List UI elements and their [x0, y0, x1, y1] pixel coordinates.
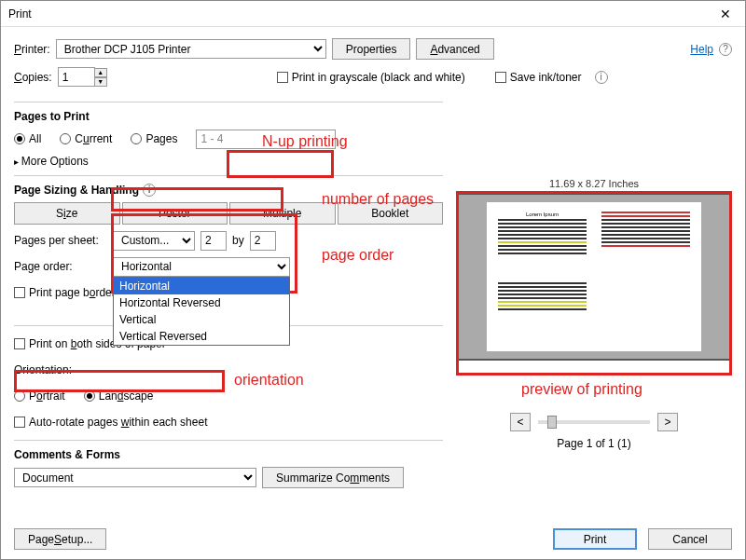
window-title: Print	[8, 7, 713, 20]
radio-pages[interactable]: Pages	[131, 132, 177, 145]
tab-multiple[interactable]: Multiple	[229, 202, 336, 225]
comments-select[interactable]: Document	[14, 468, 256, 487]
print-preview: Lorem Ipsum	[456, 193, 732, 361]
preview-next-button[interactable]: >	[657, 413, 678, 431]
preview-slider[interactable]	[538, 420, 650, 424]
more-options-toggle[interactable]: More Options	[14, 155, 443, 168]
preview-dimensions: 11.69 x 8.27 Inches	[456, 178, 732, 189]
tab-size[interactable]: Size	[14, 202, 120, 225]
annot-preview: preview of printing	[521, 381, 642, 398]
radio-landscape[interactable]: Landscape	[84, 389, 154, 403]
titlebar: Print ✕	[1, 1, 745, 27]
print-border-checkbox[interactable]: Print page border	[14, 286, 116, 299]
pps-mode-select[interactable]: Custom...	[113, 231, 195, 251]
help-link[interactable]: Help	[690, 43, 713, 56]
cancel-button[interactable]: Cancel	[648, 528, 732, 550]
order-option-horizontal[interactable]: Horizontal	[114, 278, 289, 294]
orientation-label: Orientation:	[14, 363, 72, 376]
radio-all[interactable]: All	[14, 132, 41, 145]
pps-width-input[interactable]	[200, 231, 227, 251]
tab-poster[interactable]: Poster	[122, 202, 228, 225]
sizing-heading: Page Sizing & Handling i	[14, 184, 443, 197]
copies-input[interactable]	[58, 67, 95, 87]
printer-select[interactable]: Brother DCP J105 Printer	[56, 39, 326, 59]
page-order-dropdown[interactable]: Horizontal Horizontal Reversed Vertical …	[113, 277, 290, 346]
autorotate-checkbox[interactable]: Auto-rotate pages within each sheet	[14, 416, 207, 429]
sizing-info-icon[interactable]: i	[143, 184, 156, 197]
spin-up-icon[interactable]: ▲	[94, 68, 107, 77]
advanced-button[interactable]: Advanced	[416, 38, 493, 60]
radio-current[interactable]: Current	[60, 132, 112, 145]
pps-height-input[interactable]	[250, 231, 276, 251]
pps-by-label: by	[232, 234, 244, 247]
close-icon[interactable]: ✕	[713, 7, 738, 21]
pps-label: Pages per sheet:	[14, 234, 107, 247]
copies-label: Copies:	[14, 71, 52, 84]
help-info-icon[interactable]: ?	[719, 43, 732, 56]
pages-range-input[interactable]	[196, 130, 336, 149]
print-dialog: Print ✕ Printer: Brother DCP J105 Printe…	[0, 0, 746, 560]
properties-button[interactable]: Properties	[332, 38, 411, 60]
tab-booklet[interactable]: Booklet	[338, 202, 444, 225]
page-order-select[interactable]: Horizontal	[113, 257, 290, 277]
order-option-vertical[interactable]: Vertical	[114, 311, 289, 328]
order-option-horizontal-rev[interactable]: Horizontal Reversed	[114, 294, 289, 311]
preview-prev-button[interactable]: <	[510, 413, 531, 431]
page-order-label: Page order:	[14, 260, 107, 273]
ink-info-icon[interactable]: i	[595, 71, 608, 84]
pages-to-print-heading: Pages to Print	[14, 110, 443, 123]
radio-portrait[interactable]: Portrait	[14, 389, 65, 403]
summarize-comments-button[interactable]: Summarize Comments	[262, 467, 404, 488]
page-setup-button[interactable]: Page Setup...	[14, 528, 106, 550]
preview-page-label: Page 1 of 1 (1)	[456, 437, 732, 450]
printer-label: Printer:	[14, 43, 50, 56]
save-ink-checkbox[interactable]: Save ink/toner	[495, 71, 582, 84]
print-button[interactable]: Print	[553, 528, 637, 550]
copies-spinner[interactable]: ▲▼	[58, 67, 107, 87]
spin-down-icon[interactable]: ▼	[94, 77, 107, 87]
order-option-vertical-rev[interactable]: Vertical Reversed	[114, 328, 289, 345]
grayscale-checkbox[interactable]: Print in grayscale (black and white)	[277, 71, 465, 84]
comments-heading: Comments & Forms	[14, 448, 443, 461]
